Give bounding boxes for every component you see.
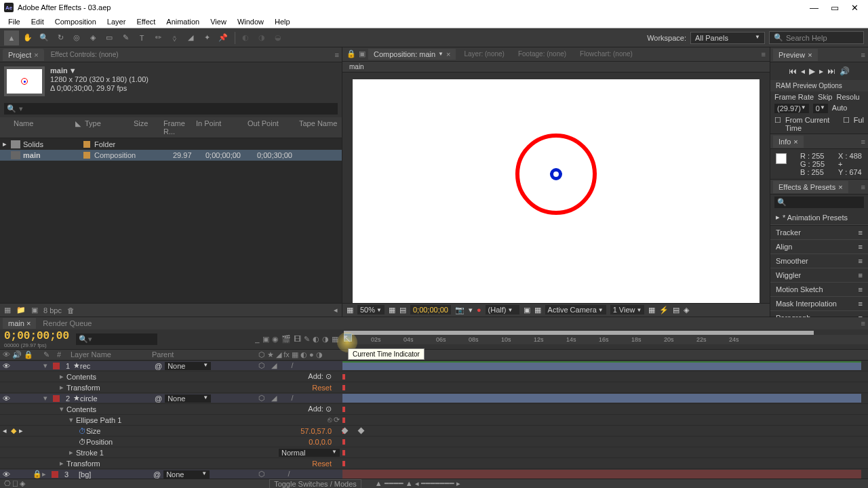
first-frame-icon[interactable]: ⏮	[789, 66, 797, 76]
project-row-solids[interactable]: ▸ Solids Folder	[0, 138, 342, 150]
twirl-icon[interactable]: ▾	[69, 415, 76, 424]
visibility-toggle[interactable]: 👁	[3, 394, 12, 403]
keyframe-diamond[interactable]	[358, 428, 365, 434]
menu-window[interactable]: Window	[232, 16, 269, 27]
menu-view[interactable]: View	[205, 16, 232, 27]
panel-menu-icon[interactable]: ≡	[861, 51, 865, 59]
play-icon[interactable]: ▶	[809, 66, 815, 76]
menu-edit[interactable]: Edit	[26, 16, 50, 27]
add-icon[interactable]: ⊙	[326, 405, 332, 413]
zoom-tool-icon[interactable]: 🔍	[37, 30, 52, 45]
tl-icon-4[interactable]: 🎬	[281, 335, 291, 344]
tab-layer-viewer[interactable]: Layer: (none)	[458, 49, 509, 59]
panel-mask-interpolation[interactable]: Mask Interpolation≡	[770, 297, 868, 311]
composition-viewer[interactable]	[342, 73, 770, 303]
hand-tool-icon[interactable]: ✋	[20, 30, 35, 45]
panel-menu-icon[interactable]: ≡	[335, 51, 339, 59]
panel-menu-icon[interactable]: ≡	[861, 138, 865, 146]
layer-bar[interactable]	[342, 394, 861, 403]
dropdown-icon[interactable]: ▼	[69, 66, 77, 75]
parent-dropdown[interactable]: None▼	[165, 362, 211, 370]
reset-button[interactable]: Reset	[312, 460, 332, 468]
menu-layer[interactable]: Layer	[102, 16, 132, 27]
flowchart-icon[interactable]: ◈	[684, 306, 689, 314]
time-ruler[interactable]: 02s04s06s08s10s12s14s16s18s20s22s24s ↖ C…	[342, 329, 868, 349]
panel-menu-icon[interactable]: ≡	[861, 319, 865, 327]
prev-frame-icon[interactable]: ◂	[801, 66, 805, 76]
add-icon[interactable]: ⊙	[326, 372, 332, 380]
parent-pickwhip-icon[interactable]: @	[155, 394, 162, 403]
new-folder-icon[interactable]: 📁	[16, 306, 26, 314]
from-current-checkbox[interactable]: ☐	[774, 116, 781, 132]
rgb-icon[interactable]: ●	[477, 306, 481, 314]
next-frame-icon[interactable]: ▸	[819, 66, 823, 76]
current-time-display[interactable]: 0;00;00;00	[410, 305, 451, 314]
clone-tool-icon[interactable]: ⎀	[167, 30, 182, 45]
roi-icon[interactable]: ▣	[524, 306, 530, 314]
roto-tool-icon[interactable]: ✦	[199, 30, 214, 45]
comp-thumbnail[interactable]	[4, 66, 45, 96]
guides-icon[interactable]: ▤	[399, 306, 406, 314]
tl-icon-3[interactable]: ◉	[272, 335, 279, 344]
layer-rec[interactable]: rec	[80, 362, 155, 370]
visibility-toggle[interactable]: 👁	[3, 362, 12, 370]
panel-menu-icon[interactable]: ≡	[762, 50, 766, 58]
tab-info[interactable]: Info×	[773, 136, 804, 148]
blend-mode-dropdown[interactable]: Normal▼	[279, 449, 340, 457]
resolution-value[interactable]: Auto	[832, 104, 848, 113]
panel-smoother[interactable]: Smoother≡	[770, 254, 868, 268]
project-search-input[interactable]: 🔍▾	[4, 103, 338, 115]
channel-icon[interactable]: ▾	[469, 306, 473, 314]
bpc-toggle[interactable]: 8 bpc	[43, 306, 62, 314]
panel-wiggler[interactable]: Wiggler≡	[770, 268, 868, 283]
stopwatch-icon[interactable]: ⏱	[79, 438, 86, 446]
lock-icon[interactable]: 🔒	[347, 49, 356, 58]
twirl-icon[interactable]: ▾	[60, 405, 66, 413]
keyframe-nav-next-icon[interactable]: ▸	[19, 426, 27, 435]
layer-bar[interactable]	[342, 470, 861, 479]
twirl-icon[interactable]: ▸	[60, 383, 66, 392]
grid-icon[interactable]: ▦	[389, 306, 395, 314]
twirl-icon[interactable]: ▸	[69, 448, 76, 457]
lock-icon[interactable]: 🔒	[33, 470, 42, 479]
tl-icon-7[interactable]: ◐	[313, 335, 319, 344]
eraser-tool-icon[interactable]: ◢	[183, 30, 198, 45]
parent-dropdown[interactable]: None▼	[165, 394, 211, 403]
menu-help[interactable]: Help	[269, 16, 296, 27]
snapshot-icon[interactable]: 📷	[455, 306, 465, 314]
last-frame-icon[interactable]: ⏭	[827, 66, 835, 76]
panel-menu-icon[interactable]: ≡	[861, 183, 865, 191]
size-value[interactable]: 57.0,57.0	[300, 427, 332, 435]
view-layout-dropdown[interactable]: 1 View▼	[610, 305, 645, 314]
puppet-tool-icon[interactable]: 📌	[216, 30, 231, 45]
position-value[interactable]: 0.0,0.0	[309, 438, 332, 446]
timecode-display[interactable]: 0;00;00;00	[4, 330, 69, 342]
layer-color-swatch[interactable]	[53, 363, 60, 369]
tool-opt-3-icon[interactable]: ◒	[271, 30, 285, 45]
selection-tool-icon[interactable]: ▲	[4, 30, 19, 45]
layer-color-swatch[interactable]	[53, 395, 60, 402]
tool-opt-2-icon[interactable]: ◑	[254, 30, 269, 45]
parent-pickwhip-icon[interactable]: @	[153, 470, 161, 479]
magnify-icon[interactable]: ▦	[347, 306, 353, 314]
tab-composition-viewer[interactable]: Composition: main ▼ ×	[368, 49, 456, 60]
timeline-icon[interactable]: ▤	[673, 306, 679, 314]
zoom-dropdown[interactable]: 50%▼	[357, 305, 384, 314]
audio-icon[interactable]: 🔊	[840, 66, 850, 76]
twirl-icon[interactable]: ▾	[43, 361, 50, 370]
resolution-dropdown[interactable]: (Half)▼	[486, 305, 519, 314]
interpret-icon[interactable]: ▦	[4, 306, 11, 314]
layer-circle[interactable]: circle	[80, 394, 155, 403]
workspace-dropdown[interactable]: All Panels▼	[690, 32, 765, 44]
transparency-icon[interactable]: ▦	[534, 306, 541, 314]
full-screen-checkbox[interactable]: ☐	[843, 116, 850, 132]
stopwatch-active-icon[interactable]: ⏱	[79, 427, 86, 435]
layer-bg[interactable]: [bg]	[79, 470, 153, 479]
tab-flowchart-viewer[interactable]: Flowchart: (none)	[574, 49, 638, 59]
project-row-main[interactable]: main Composition 29.97 0;00;00;00 0;00;3…	[0, 150, 342, 161]
skip-input[interactable]: 0▼	[813, 104, 828, 113]
tab-footage-viewer[interactable]: Footage: (none)	[513, 49, 572, 59]
menu-file[interactable]: File	[3, 16, 26, 27]
tab-project[interactable]: Project×	[3, 49, 44, 61]
layer-color-swatch[interactable]	[52, 471, 58, 478]
